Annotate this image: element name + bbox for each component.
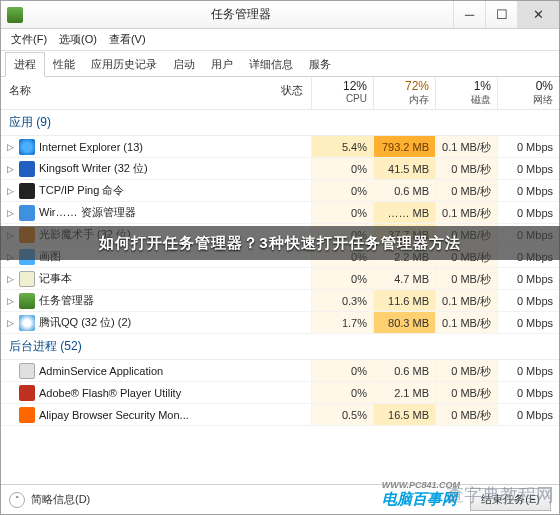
menu-options[interactable]: 选项(O) xyxy=(53,32,103,47)
minimize-button[interactable]: ─ xyxy=(453,1,485,28)
table-row[interactable]: ▷任务管理器0.3%11.6 MB0.1 MB/秒0 Mbps xyxy=(1,290,559,312)
cell: 0 Mbps xyxy=(497,180,559,201)
process-icon xyxy=(19,385,35,401)
cell: 0 Mbps xyxy=(497,268,559,289)
overlay-caption: 如何打开任务管理器？3种快速打开任务管理器方法 xyxy=(0,226,560,260)
process-icon xyxy=(19,205,35,221)
header-lbl: 网络 xyxy=(504,93,553,107)
window-title: 任务管理器 xyxy=(29,6,453,23)
cell: 0 Mbps xyxy=(497,202,559,223)
header-pct: 12% xyxy=(318,79,367,93)
process-list[interactable]: 应用 (9)▷Internet Explorer (13)5.4%793.2 M… xyxy=(1,110,559,484)
tab-startup[interactable]: 启动 xyxy=(165,53,203,76)
process-name: TCP/IP Ping 命令 xyxy=(39,183,311,198)
process-icon xyxy=(19,271,35,287)
group-background[interactable]: 后台进程 (52) xyxy=(1,334,559,360)
cell: 16.5 MB xyxy=(373,404,435,425)
cell: 0 Mbps xyxy=(497,312,559,333)
table-row[interactable]: ▷Wir…… 资源管理器0%…… MB0.1 MB/秒0 Mbps xyxy=(1,202,559,224)
cell: …… MB xyxy=(373,202,435,223)
menubar: 文件(F) 选项(O) 查看(V) xyxy=(1,29,559,51)
cell: 0% xyxy=(311,382,373,403)
expand-icon[interactable]: ▷ xyxy=(5,274,15,284)
chevron-up-icon: ˄ xyxy=(9,492,25,508)
table-row[interactable]: Alipay Browser Security Mon...0.5%16.5 M… xyxy=(1,404,559,426)
cell: 41.5 MB xyxy=(373,158,435,179)
header-pct: 1% xyxy=(442,79,491,93)
cell: 0 Mbps xyxy=(497,404,559,425)
tab-users[interactable]: 用户 xyxy=(203,53,241,76)
process-name: AdminService Application xyxy=(39,365,311,377)
table-row[interactable]: ▷记事本0%4.7 MB0 MB/秒0 Mbps xyxy=(1,268,559,290)
cell: 0 Mbps xyxy=(497,290,559,311)
cell: 0 MB/秒 xyxy=(435,180,497,201)
table-row[interactable]: Adobe® Flash® Player Utility0%2.1 MB0 MB… xyxy=(1,382,559,404)
header-lbl: 磁盘 xyxy=(442,93,491,107)
process-icon xyxy=(19,315,35,331)
expand-icon[interactable]: ▷ xyxy=(5,142,15,152)
expand-icon[interactable]: ▷ xyxy=(5,186,15,196)
header-col-cpu[interactable]: 12%CPU xyxy=(311,77,373,109)
expand-icon[interactable]: ▷ xyxy=(5,208,15,218)
cell: 0.1 MB/秒 xyxy=(435,290,497,311)
cell: 0 Mbps xyxy=(497,360,559,381)
table-row[interactable]: AdminService Application0%0.6 MB0 MB/秒0 … xyxy=(1,360,559,382)
process-icon xyxy=(19,161,35,177)
table-row[interactable]: ▷TCP/IP Ping 命令0%0.6 MB0 MB/秒0 Mbps xyxy=(1,180,559,202)
process-icon xyxy=(19,293,35,309)
tabstrip: 进程 性能 应用历史记录 启动 用户 详细信息 服务 xyxy=(1,51,559,77)
titlebar[interactable]: 任务管理器 ─ ☐ ✕ xyxy=(1,1,559,29)
cell: 0.3% xyxy=(311,290,373,311)
watermark-chazidian: 查字典教程网 xyxy=(446,483,554,507)
process-name: Kingsoft Writer (32 位) xyxy=(39,161,311,176)
cell: 0 Mbps xyxy=(497,158,559,179)
cell: 5.4% xyxy=(311,136,373,157)
cell: 0 MB/秒 xyxy=(435,268,497,289)
process-name: 腾讯QQ (32 位) (2) xyxy=(39,315,311,330)
maximize-button[interactable]: ☐ xyxy=(485,1,517,28)
process-icon xyxy=(19,183,35,199)
table-row[interactable]: ▷Internet Explorer (13)5.4%793.2 MB0.1 M… xyxy=(1,136,559,158)
cell: 0.1 MB/秒 xyxy=(435,312,497,333)
menu-file[interactable]: 文件(F) xyxy=(5,32,53,47)
fewer-details-button[interactable]: ˄ 简略信息(D) xyxy=(9,492,90,508)
table-row[interactable]: ▷腾讯QQ (32 位) (2)1.7%80.3 MB0.1 MB/秒0 Mbp… xyxy=(1,312,559,334)
cell: 0.6 MB xyxy=(373,360,435,381)
header-col-网络[interactable]: 0%网络 xyxy=(497,77,559,109)
table-row[interactable]: ▷Kingsoft Writer (32 位)0%41.5 MB0 MB/秒0 … xyxy=(1,158,559,180)
tab-processes[interactable]: 进程 xyxy=(5,52,45,77)
tab-services[interactable]: 服务 xyxy=(301,53,339,76)
menu-view[interactable]: 查看(V) xyxy=(103,32,152,47)
group-apps[interactable]: 应用 (9) xyxy=(1,110,559,136)
process-name: Alipay Browser Security Mon... xyxy=(39,409,311,421)
expand-icon[interactable]: ▷ xyxy=(5,296,15,306)
header-name-label: 名称 xyxy=(9,83,31,107)
expand-icon[interactable]: ▷ xyxy=(5,164,15,174)
cell: 0 MB/秒 xyxy=(435,158,497,179)
fewer-details-label: 简略信息(D) xyxy=(31,492,90,507)
cell: 0 MB/秒 xyxy=(435,360,497,381)
header-col-内存[interactable]: 72%内存 xyxy=(373,77,435,109)
close-button[interactable]: ✕ xyxy=(517,1,559,28)
header-status-label: 状态 xyxy=(281,83,303,107)
header-lbl: 内存 xyxy=(380,93,429,107)
header-col-磁盘[interactable]: 1%磁盘 xyxy=(435,77,497,109)
cell: 0% xyxy=(311,180,373,201)
cell: 0.6 MB xyxy=(373,180,435,201)
tab-details[interactable]: 详细信息 xyxy=(241,53,301,76)
tab-performance[interactable]: 性能 xyxy=(45,53,83,76)
expand-icon[interactable]: ▷ xyxy=(5,318,15,328)
cell: 11.6 MB xyxy=(373,290,435,311)
cell: 0 Mbps xyxy=(497,382,559,403)
cell: 0% xyxy=(311,158,373,179)
cell: 0% xyxy=(311,360,373,381)
cell: 0% xyxy=(311,268,373,289)
process-name: Wir…… 资源管理器 xyxy=(39,205,311,220)
header-name[interactable]: 名称 状态 xyxy=(1,77,311,109)
app-icon xyxy=(7,7,23,23)
process-name: Adobe® Flash® Player Utility xyxy=(39,387,311,399)
header-pct: 72% xyxy=(380,79,429,93)
tab-apphistory[interactable]: 应用历史记录 xyxy=(83,53,165,76)
cell: 2.1 MB xyxy=(373,382,435,403)
cell: 4.7 MB xyxy=(373,268,435,289)
